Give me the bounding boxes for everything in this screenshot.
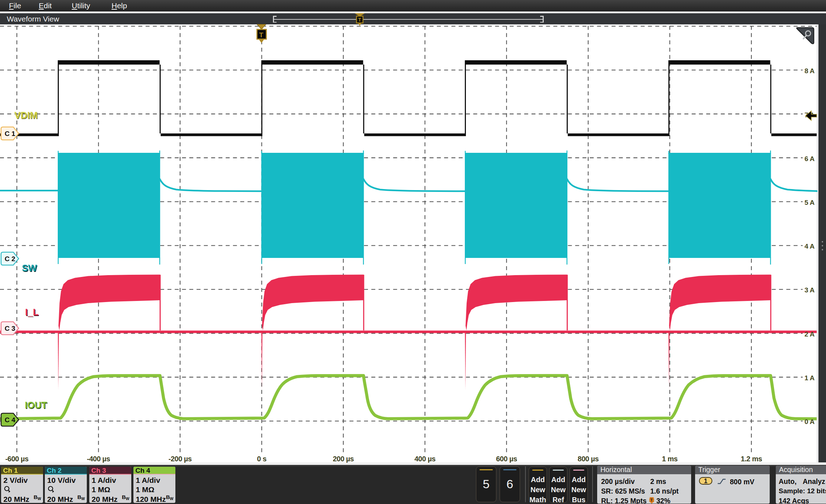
svg-text:T: T — [259, 31, 264, 39]
svg-text:1.2 ms: 1.2 ms — [741, 455, 762, 463]
svg-text:600 µs: 600 µs — [496, 455, 517, 463]
svg-text:4 A: 4 A — [804, 242, 815, 250]
svg-text:800 µs: 800 µs — [578, 455, 599, 463]
svg-text:-400 µs: -400 µs — [87, 455, 110, 463]
svg-text:C 4: C 4 — [5, 416, 15, 424]
svg-text:T: T — [651, 498, 653, 502]
svg-text:I_L: I_L — [25, 307, 39, 317]
svg-text:200 µs: 200 µs — [333, 455, 354, 463]
svg-text:C 1: C 1 — [5, 130, 15, 137]
svg-text:-200 µs: -200 µs — [169, 455, 192, 463]
svg-text:3 A: 3 A — [804, 286, 815, 294]
svg-text:0 A: 0 A — [804, 418, 815, 425]
svg-text:-600 µs: -600 µs — [5, 455, 29, 463]
svg-text:IOUT: IOUT — [25, 400, 47, 410]
svg-text:C 3: C 3 — [5, 325, 15, 332]
svg-text:1 ms: 1 ms — [662, 455, 678, 463]
svg-text:2 A: 2 A — [804, 330, 815, 338]
svg-text:400 µs: 400 µs — [415, 455, 436, 463]
svg-text:6 A: 6 A — [804, 155, 815, 162]
svg-text:8 A: 8 A — [804, 67, 815, 75]
svg-text:VDIM: VDIM — [14, 110, 38, 121]
svg-text:C 2: C 2 — [5, 255, 15, 263]
svg-text:0 s: 0 s — [257, 455, 267, 463]
svg-text:5 A: 5 A — [804, 199, 815, 206]
svg-text:1 A: 1 A — [804, 374, 815, 382]
svg-text:SW: SW — [22, 263, 37, 273]
